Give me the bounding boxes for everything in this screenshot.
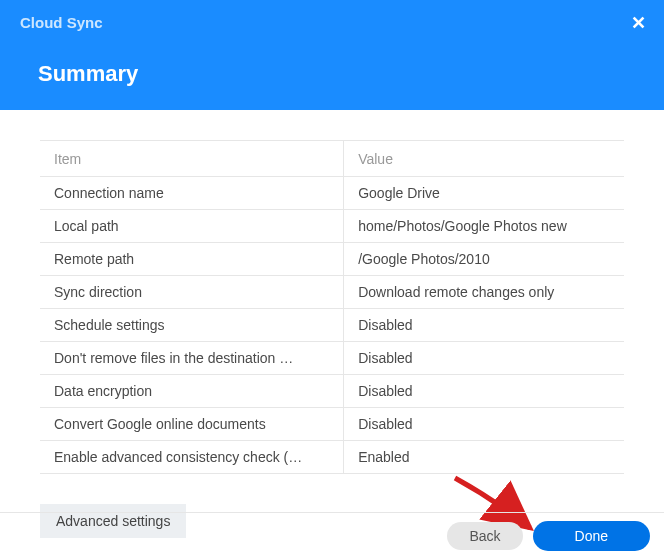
row-value: home/Photos/Google Photos new <box>344 210 624 243</box>
table-row: Sync directionDownload remote changes on… <box>40 276 624 309</box>
dialog-header: Cloud Sync ✕ Summary <box>0 0 664 110</box>
row-item: Data encryption <box>40 375 344 408</box>
row-item: Schedule settings <box>40 309 344 342</box>
row-value: /Google Photos/2010 <box>344 243 624 276</box>
header-value: Value <box>344 141 624 177</box>
row-item: Sync direction <box>40 276 344 309</box>
row-value: Download remote changes only <box>344 276 624 309</box>
row-value: Disabled <box>344 375 624 408</box>
table-row: Schedule settingsDisabled <box>40 309 624 342</box>
row-item: Local path <box>40 210 344 243</box>
row-value: Google Drive <box>344 177 624 210</box>
table-row: Connection nameGoogle Drive <box>40 177 624 210</box>
close-icon[interactable]: ✕ <box>631 12 646 34</box>
app-title: Cloud Sync <box>20 14 664 31</box>
row-item: Don't remove files in the destination … <box>40 342 344 375</box>
row-value: Disabled <box>344 309 624 342</box>
row-value: Enabled <box>344 441 624 474</box>
table-row: Local pathhome/Photos/Google Photos new <box>40 210 624 243</box>
table-row: Don't remove files in the destination …D… <box>40 342 624 375</box>
summary-table: Item Value Connection nameGoogle DriveLo… <box>40 140 624 474</box>
row-item: Enable advanced consistency check (… <box>40 441 344 474</box>
row-value: Disabled <box>344 408 624 441</box>
table-row: Remote path/Google Photos/2010 <box>40 243 624 276</box>
row-item: Remote path <box>40 243 344 276</box>
table-row: Data encryptionDisabled <box>40 375 624 408</box>
dialog-footer: Back Done <box>0 512 664 558</box>
table-row: Convert Google online documentsDisabled <box>40 408 624 441</box>
row-item: Convert Google online documents <box>40 408 344 441</box>
done-button[interactable]: Done <box>533 521 650 551</box>
header-item: Item <box>40 141 344 177</box>
row-value: Disabled <box>344 342 624 375</box>
table-row: Enable advanced consistency check (…Enab… <box>40 441 624 474</box>
back-button[interactable]: Back <box>447 522 522 550</box>
page-title: Summary <box>38 61 664 87</box>
content-area: Item Value Connection nameGoogle DriveLo… <box>0 110 664 484</box>
row-item: Connection name <box>40 177 344 210</box>
